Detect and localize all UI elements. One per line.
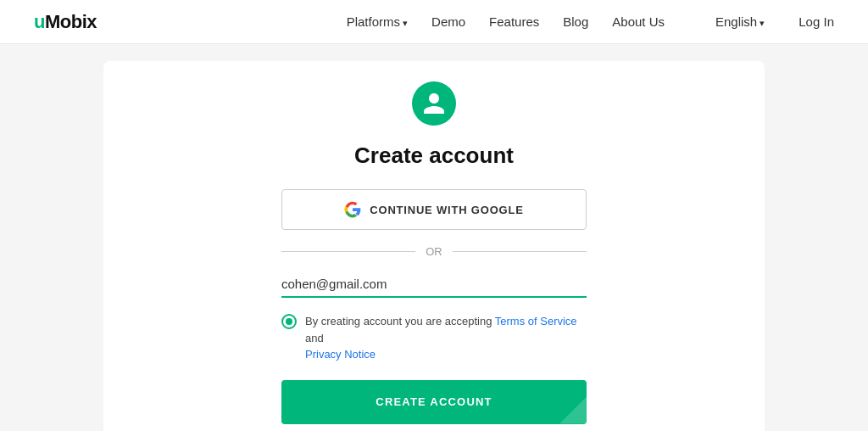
nav-item-features[interactable]: Features bbox=[489, 14, 539, 30]
email-input[interactable] bbox=[281, 273, 587, 298]
or-label: OR bbox=[426, 245, 442, 258]
login-link[interactable]: Log In bbox=[798, 14, 834, 29]
navbar: uMobix Platforms Demo Features Blog Abou… bbox=[0, 0, 868, 44]
nav-item-about[interactable]: About Us bbox=[612, 14, 665, 30]
nav-link-platforms[interactable]: Platforms bbox=[347, 14, 408, 29]
nav-link-blog[interactable]: Blog bbox=[563, 14, 588, 29]
main-wrapper: Create account CONTINUE WITH GOOGLE OR bbox=[0, 44, 868, 431]
nav-link-about[interactable]: About Us bbox=[612, 14, 665, 29]
brand-logo[interactable]: uMobix bbox=[34, 11, 97, 33]
nav-item-blog[interactable]: Blog bbox=[563, 14, 588, 30]
terms-mid: and bbox=[305, 332, 324, 344]
brand-suffix: Mobix bbox=[45, 11, 97, 32]
nav-item-demo[interactable]: Demo bbox=[431, 14, 465, 30]
terms-row: By creating account you are accepting Te… bbox=[281, 313, 587, 363]
terms-prefix: By creating account you are accepting bbox=[305, 315, 495, 327]
create-account-button[interactable]: CREATE ACCOUNT bbox=[281, 380, 587, 424]
google-icon bbox=[344, 201, 361, 218]
terms-radio-inner bbox=[286, 318, 292, 325]
nav-link-demo[interactable]: Demo bbox=[431, 14, 465, 29]
signup-card: Create account CONTINUE WITH GOOGLE OR bbox=[103, 61, 765, 431]
privacy-notice-link[interactable]: Privacy Notice bbox=[305, 348, 376, 361]
terms-radio[interactable] bbox=[281, 314, 297, 329]
language-selector[interactable]: English bbox=[715, 14, 765, 29]
divider-line-right bbox=[453, 251, 587, 252]
avatar-icon bbox=[412, 81, 456, 126]
nav-item-platforms[interactable]: Platforms bbox=[347, 14, 408, 30]
nav-links: Platforms Demo Features Blog About Us bbox=[347, 14, 665, 30]
nav-link-features[interactable]: Features bbox=[489, 14, 539, 29]
create-account-label: CREATE ACCOUNT bbox=[376, 395, 492, 408]
page-title: Create account bbox=[354, 143, 514, 169]
brand-prefix: u bbox=[34, 11, 45, 32]
user-icon bbox=[421, 91, 447, 116]
terms-of-service-link[interactable]: Terms of Service bbox=[495, 315, 577, 327]
or-divider: OR bbox=[281, 245, 587, 258]
google-button-label: CONTINUE WITH GOOGLE bbox=[370, 204, 523, 216]
divider-line-left bbox=[281, 251, 415, 252]
email-field-wrapper bbox=[281, 273, 587, 298]
google-signin-button[interactable]: CONTINUE WITH GOOGLE bbox=[281, 189, 587, 230]
terms-text: By creating account you are accepting Te… bbox=[305, 313, 587, 363]
